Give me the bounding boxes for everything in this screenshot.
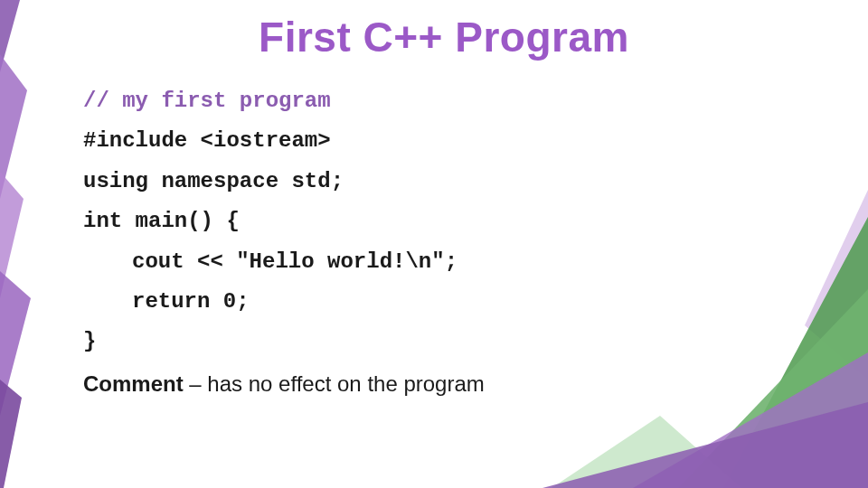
slide-title: First C++ Program bbox=[83, 13, 805, 61]
code-main-close: } bbox=[83, 322, 805, 361]
code-main-open: int main() { bbox=[83, 202, 805, 241]
code-cout: cout << "Hello world!\n"; bbox=[83, 242, 805, 282]
slide-content: First C++ Program // my first program #i… bbox=[0, 0, 868, 404]
note-rest: – has no effect on the program bbox=[184, 371, 485, 396]
note-bold: Comment bbox=[83, 371, 184, 396]
code-comment: // my first program bbox=[83, 81, 805, 121]
code-include: #include <iostream> bbox=[83, 121, 805, 161]
code-using: using namespace std; bbox=[83, 162, 805, 202]
code-return: return 0; bbox=[83, 282, 805, 322]
comment-explanation: Comment – has no effect on the program bbox=[83, 364, 805, 404]
